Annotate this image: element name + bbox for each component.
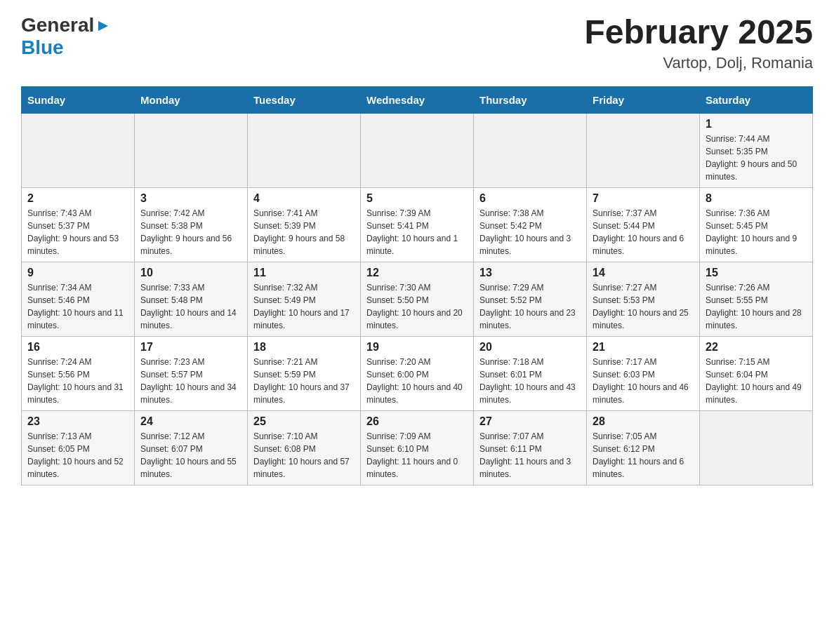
logo-arrow-icon [95, 18, 111, 34]
day-info: Sunrise: 7:34 AMSunset: 5:46 PMDaylight:… [27, 281, 128, 332]
day-info: Sunrise: 7:43 AMSunset: 5:37 PMDaylight:… [27, 207, 128, 257]
calendar-cell [135, 113, 248, 187]
day-info: Sunrise: 7:27 AMSunset: 5:53 PMDaylight:… [593, 281, 694, 332]
day-number: 15 [706, 267, 807, 279]
calendar-cell: 4Sunrise: 7:41 AMSunset: 5:39 PMDaylight… [248, 187, 361, 262]
calendar-cell: 3Sunrise: 7:42 AMSunset: 5:38 PMDaylight… [135, 187, 248, 262]
day-info: Sunrise: 7:37 AMSunset: 5:44 PMDaylight:… [593, 207, 694, 257]
col-thursday: Thursday [474, 86, 587, 113]
col-sunday: Sunday [22, 86, 135, 113]
day-info: Sunrise: 7:26 AMSunset: 5:55 PMDaylight:… [706, 281, 807, 332]
day-number: 21 [593, 341, 694, 354]
col-monday: Monday [135, 86, 248, 113]
day-info: Sunrise: 7:10 AMSunset: 6:08 PMDaylight:… [253, 430, 355, 481]
calendar-title: February 2025 [584, 14, 813, 51]
day-number: 26 [366, 415, 468, 428]
day-number: 24 [140, 415, 241, 428]
day-info: Sunrise: 7:09 AMSunset: 6:10 PMDaylight:… [366, 430, 468, 481]
calendar-cell: 25Sunrise: 7:10 AMSunset: 6:08 PMDayligh… [248, 410, 361, 485]
calendar-cell: 22Sunrise: 7:15 AMSunset: 6:04 PMDayligh… [700, 336, 813, 410]
day-number: 3 [140, 192, 241, 205]
calendar-cell: 8Sunrise: 7:36 AMSunset: 5:45 PMDaylight… [700, 187, 813, 262]
day-number: 27 [479, 415, 581, 428]
day-info: Sunrise: 7:42 AMSunset: 5:38 PMDaylight:… [140, 207, 241, 257]
page-header: General Blue February 2025 Vartop, Dolj,… [21, 14, 813, 72]
day-number: 5 [366, 192, 468, 205]
day-info: Sunrise: 7:32 AMSunset: 5:49 PMDaylight:… [253, 281, 355, 332]
day-info: Sunrise: 7:20 AMSunset: 6:00 PMDaylight:… [366, 356, 468, 406]
day-info: Sunrise: 7:07 AMSunset: 6:11 PMDaylight:… [479, 430, 581, 481]
calendar-cell: 16Sunrise: 7:24 AMSunset: 5:56 PMDayligh… [22, 336, 135, 410]
calendar-cell: 15Sunrise: 7:26 AMSunset: 5:55 PMDayligh… [700, 262, 813, 336]
calendar-subtitle: Vartop, Dolj, Romania [584, 54, 813, 72]
calendar-cell: 24Sunrise: 7:12 AMSunset: 6:07 PMDayligh… [135, 410, 248, 485]
logo-general-text: General [21, 14, 94, 36]
calendar-cell: 14Sunrise: 7:27 AMSunset: 5:53 PMDayligh… [587, 262, 700, 336]
calendar-body: 1Sunrise: 7:44 AMSunset: 5:35 PMDaylight… [22, 113, 813, 485]
title-block: February 2025 Vartop, Dolj, Romania [584, 14, 813, 72]
day-number: 13 [479, 267, 581, 279]
calendar-cell: 13Sunrise: 7:29 AMSunset: 5:52 PMDayligh… [474, 262, 587, 336]
day-number: 25 [253, 415, 355, 428]
calendar-cell: 20Sunrise: 7:18 AMSunset: 6:01 PMDayligh… [474, 336, 587, 410]
day-number: 8 [706, 192, 807, 205]
col-saturday: Saturday [700, 86, 813, 113]
day-info: Sunrise: 7:17 AMSunset: 6:03 PMDaylight:… [593, 356, 694, 406]
calendar-week-row: 9Sunrise: 7:34 AMSunset: 5:46 PMDaylight… [22, 262, 813, 336]
day-info: Sunrise: 7:41 AMSunset: 5:39 PMDaylight:… [253, 207, 355, 257]
day-info: Sunrise: 7:18 AMSunset: 6:01 PMDaylight:… [479, 356, 581, 406]
calendar-week-row: 23Sunrise: 7:13 AMSunset: 6:05 PMDayligh… [22, 410, 813, 485]
svg-marker-0 [98, 21, 108, 31]
calendar-cell: 21Sunrise: 7:17 AMSunset: 6:03 PMDayligh… [587, 336, 700, 410]
day-number: 23 [27, 415, 128, 428]
day-number: 11 [253, 267, 355, 279]
day-number: 22 [706, 341, 807, 354]
day-info: Sunrise: 7:33 AMSunset: 5:48 PMDaylight:… [140, 281, 241, 332]
day-number: 14 [593, 267, 694, 279]
col-tuesday: Tuesday [248, 86, 361, 113]
logo-blue-text: Blue [21, 36, 64, 59]
col-friday: Friday [587, 86, 700, 113]
day-info: Sunrise: 7:36 AMSunset: 5:45 PMDaylight:… [706, 207, 807, 257]
calendar-cell [22, 113, 135, 187]
day-info: Sunrise: 7:39 AMSunset: 5:41 PMDaylight:… [366, 207, 468, 257]
calendar-cell: 28Sunrise: 7:05 AMSunset: 6:12 PMDayligh… [587, 410, 700, 485]
calendar-cell: 27Sunrise: 7:07 AMSunset: 6:11 PMDayligh… [474, 410, 587, 485]
calendar-cell: 26Sunrise: 7:09 AMSunset: 6:10 PMDayligh… [361, 410, 474, 485]
day-number: 17 [140, 341, 241, 354]
calendar-cell [700, 410, 813, 485]
day-number: 18 [253, 341, 355, 354]
day-number: 6 [479, 192, 581, 205]
day-number: 28 [593, 415, 694, 428]
day-info: Sunrise: 7:21 AMSunset: 5:59 PMDaylight:… [253, 356, 355, 406]
day-info: Sunrise: 7:13 AMSunset: 6:05 PMDaylight:… [27, 430, 128, 481]
calendar-cell: 7Sunrise: 7:37 AMSunset: 5:44 PMDaylight… [587, 187, 700, 262]
calendar-week-row: 1Sunrise: 7:44 AMSunset: 5:35 PMDaylight… [22, 113, 813, 187]
calendar-cell: 2Sunrise: 7:43 AMSunset: 5:37 PMDaylight… [22, 187, 135, 262]
calendar-week-row: 16Sunrise: 7:24 AMSunset: 5:56 PMDayligh… [22, 336, 813, 410]
day-number: 10 [140, 267, 241, 279]
col-wednesday: Wednesday [361, 86, 474, 113]
calendar-cell: 11Sunrise: 7:32 AMSunset: 5:49 PMDayligh… [248, 262, 361, 336]
calendar-cell: 9Sunrise: 7:34 AMSunset: 5:46 PMDaylight… [22, 262, 135, 336]
day-number: 4 [253, 192, 355, 205]
day-number: 1 [706, 118, 807, 130]
day-info: Sunrise: 7:30 AMSunset: 5:50 PMDaylight:… [366, 281, 468, 332]
calendar-table: Sunday Monday Tuesday Wednesday Thursday… [21, 86, 813, 485]
calendar-cell: 6Sunrise: 7:38 AMSunset: 5:42 PMDaylight… [474, 187, 587, 262]
day-number: 19 [366, 341, 468, 354]
day-info: Sunrise: 7:23 AMSunset: 5:57 PMDaylight:… [140, 356, 241, 406]
day-number: 2 [27, 192, 128, 205]
day-number: 20 [479, 341, 581, 354]
day-number: 16 [27, 341, 128, 354]
calendar-header: Sunday Monday Tuesday Wednesday Thursday… [22, 86, 813, 113]
calendar-cell: 17Sunrise: 7:23 AMSunset: 5:57 PMDayligh… [135, 336, 248, 410]
day-info: Sunrise: 7:44 AMSunset: 5:35 PMDaylight:… [706, 133, 807, 183]
calendar-cell: 23Sunrise: 7:13 AMSunset: 6:05 PMDayligh… [22, 410, 135, 485]
calendar-cell [248, 113, 361, 187]
day-info: Sunrise: 7:24 AMSunset: 5:56 PMDaylight:… [27, 356, 128, 406]
calendar-cell [474, 113, 587, 187]
calendar-cell: 10Sunrise: 7:33 AMSunset: 5:48 PMDayligh… [135, 262, 248, 336]
calendar-cell: 12Sunrise: 7:30 AMSunset: 5:50 PMDayligh… [361, 262, 474, 336]
day-info: Sunrise: 7:05 AMSunset: 6:12 PMDaylight:… [593, 430, 694, 481]
